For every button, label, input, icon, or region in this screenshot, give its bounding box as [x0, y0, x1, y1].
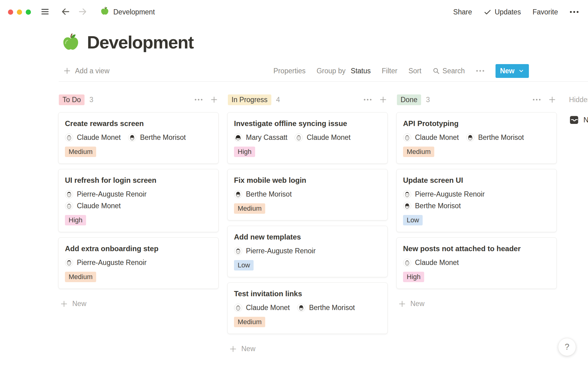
kanban-card[interactable]: UI refresh for login screenPierre-August…	[58, 169, 219, 232]
group-by-button[interactable]: Group by Status	[317, 67, 371, 75]
share-label: Share	[453, 8, 472, 16]
priority-badge-medium: Medium	[234, 317, 265, 327]
new-button[interactable]: New	[496, 64, 529, 78]
card-assignee: Claude Monet	[295, 133, 350, 142]
avatar-berthe-morisot	[234, 190, 242, 198]
column-new-card-button[interactable]: New	[227, 345, 388, 353]
question-mark-icon: ?	[565, 342, 569, 352]
sidebar-menu-button[interactable]	[40, 7, 50, 17]
assignee-name: Berthe Morisot	[309, 304, 355, 312]
kanban-card[interactable]: API PrototypingClaude MonetBerthe Moriso…	[396, 112, 557, 164]
properties-button[interactable]: Properties	[273, 67, 306, 75]
column-new-card-button[interactable]: New	[396, 300, 557, 308]
close-window-button[interactable]	[8, 10, 13, 15]
toolbar-actions: Properties Group by Status Filter Sort S…	[273, 64, 529, 78]
card-assignee-row: Claude MonetBerthe Morisot	[234, 304, 381, 312]
column-title-badge[interactable]: Done	[397, 94, 421, 105]
minimize-window-button[interactable]	[17, 10, 22, 15]
new-card-label: New	[410, 300, 424, 308]
avatar-claude-monet	[403, 133, 411, 142]
assignee-name: Mary Cassatt	[246, 133, 287, 142]
kanban-card[interactable]: Add extra onboarding stepPierre-Auguste …	[58, 237, 219, 289]
help-button[interactable]: ?	[558, 338, 576, 356]
card-title: New posts not attached to header	[403, 243, 550, 254]
card-title: Create rewards screen	[65, 118, 212, 129]
column-add-card-button[interactable]	[379, 96, 387, 104]
updates-label: Updates	[495, 8, 521, 16]
search-button[interactable]: Search	[432, 67, 465, 75]
column-title-badge[interactable]: To Do	[59, 94, 85, 105]
kanban-card[interactable]: Test invitation linksClaude MonetBerthe …	[227, 282, 388, 334]
card-title: Add new templates	[234, 232, 381, 242]
zoom-window-button[interactable]	[26, 10, 31, 15]
card-assignee: Claude Monet	[403, 259, 459, 267]
column-header-actions	[533, 96, 556, 104]
board-column-to-do: To Do3Create rewards screenClaude MonetB…	[58, 94, 219, 308]
card-assignee-row: Claude Monet	[65, 202, 212, 210]
card-assignee: Claude Monet	[65, 202, 121, 210]
updates-button[interactable]: Updates	[484, 8, 521, 16]
card-assignee-row: Berthe Morisot	[403, 202, 550, 210]
kanban-card[interactable]: Investigate offline syncing issueMary Ca…	[227, 112, 388, 164]
kanban-card[interactable]: Add new templatesPierre-Auguste RenoirLo…	[227, 226, 388, 277]
card-assignee-row: Pierre-Auguste Renoir	[403, 190, 550, 198]
priority-badge-low: Low	[234, 260, 254, 270]
filter-button[interactable]: Filter	[382, 67, 398, 75]
assignee-name: Berthe Morisot	[246, 190, 292, 198]
column-more-button[interactable]	[364, 98, 372, 101]
hamburger-icon	[40, 7, 50, 17]
column-count: 3	[426, 96, 430, 104]
kanban-card[interactable]: Update screen UIPierre-Auguste RenoirBer…	[396, 169, 557, 232]
search-icon	[432, 67, 440, 75]
kanban-card[interactable]: New posts not attached to headerClaude M…	[396, 237, 557, 289]
column-header-actions	[194, 96, 218, 104]
share-button[interactable]: Share	[453, 8, 472, 16]
ellipsis-icon	[570, 11, 579, 13]
assignee-name: Berthe Morisot	[415, 202, 461, 210]
column-title-badge[interactable]: In Progress	[228, 94, 271, 105]
favorite-button[interactable]: Favorite	[533, 8, 558, 16]
priority-badge-low: Low	[403, 215, 423, 225]
properties-label: Properties	[273, 67, 306, 75]
column-header: In Progress4	[227, 94, 388, 105]
column-more-button[interactable]	[194, 98, 203, 101]
back-button[interactable]	[60, 6, 71, 18]
card-assignee-row: Berthe Morisot	[234, 190, 381, 198]
hidden-columns-title: Hidden columns	[569, 94, 588, 105]
plus-icon	[398, 300, 406, 308]
sort-button[interactable]: Sort	[409, 67, 421, 75]
plus-icon	[379, 96, 387, 104]
assignee-name: Claude Monet	[77, 133, 121, 142]
assignee-name: Pierre-Auguste Renoir	[77, 259, 147, 267]
more-options-button[interactable]	[570, 11, 579, 13]
ellipsis-icon	[194, 98, 203, 101]
forward-button[interactable]	[77, 6, 88, 18]
breadcrumb[interactable]: Development	[100, 6, 155, 17]
kanban-card[interactable]: Create rewards screenClaude MonetBerthe …	[58, 112, 219, 164]
card-title: Test invitation links	[234, 289, 381, 299]
window-titlebar: Development Share Updates Favorite	[0, 0, 588, 24]
card-assignee: Pierre-Auguste Renoir	[403, 190, 485, 198]
check-icon	[484, 8, 492, 16]
filter-label: Filter	[382, 67, 398, 75]
column-new-card-button[interactable]: New	[58, 300, 219, 308]
priority-badge-medium: Medium	[65, 147, 96, 157]
card-assignee-row: Claude Monet	[403, 259, 550, 267]
kanban-card[interactable]: Fix mobile web loginBerthe MorisotMedium	[227, 169, 388, 220]
page-title: Development	[87, 32, 194, 52]
board-column-done: Done3API PrototypingClaude MonetBerthe M…	[396, 94, 557, 308]
card-assignee-row: Claude MonetBerthe Morisot	[403, 133, 550, 142]
priority-badge-high: High	[65, 215, 86, 225]
view-toolbar: Add a view Properties Group by Status Fi…	[0, 63, 588, 78]
column-add-card-button[interactable]	[548, 96, 556, 104]
card-assignee: Berthe Morisot	[403, 202, 461, 210]
column-more-button[interactable]	[533, 98, 541, 101]
view-more-button[interactable]	[476, 70, 484, 72]
add-view-button[interactable]: Add a view	[63, 67, 110, 75]
green-apple-icon[interactable]	[61, 33, 80, 52]
assignee-name: Claude Monet	[246, 304, 290, 312]
column-add-card-button[interactable]	[210, 96, 218, 104]
breadcrumb-label: Development	[113, 8, 155, 16]
hidden-group-no-status[interactable]: No Status	[569, 115, 588, 125]
board-column-in-progress: In Progress4Investigate offline syncing …	[227, 94, 388, 353]
